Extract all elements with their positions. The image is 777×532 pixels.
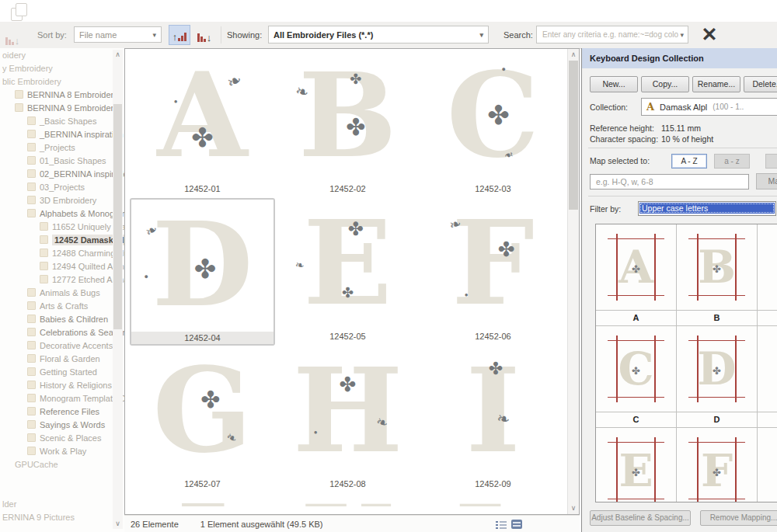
mapped-letter-cell-f[interactable]: F✤ [677,428,758,502]
tree-item-monogram-template-desi[interactable]: Monogram Template Desi [0,391,124,405]
collection-dropdown[interactable]: A Damask Alpl (100 - 1.. [641,98,777,116]
grid-scrollbar[interactable]: ∧ ∨ [567,49,579,514]
keyboard-design-collection-panel: Keyboard Design Collection New... Copy..… [581,48,777,532]
scroll-down-icon[interactable]: ∨ [113,519,123,529]
tree-item-3d-embroidery[interactable]: 3D Embroidery [0,193,124,207]
showing-dropdown[interactable]: All Embroidery Files (*.*) ▾ [268,26,489,43]
tree-item-oidery[interactable]: oidery [0,48,124,61]
map-uppercase-button[interactable]: A - Z [671,154,707,169]
tree-item-ernina-9-pictures[interactable]: ERNINA 9 Pictures [0,510,124,523]
ornament-icon: ✤ [713,263,721,275]
new-button[interactable]: New... [590,76,638,92]
remove-mapping-button[interactable]: Remove Mapping... [700,510,777,526]
tree-item-reference-files[interactable]: Reference Files [0,405,124,418]
tree-item-getting-started[interactable]: Getting Started [0,365,124,378]
tree-item-label: Celebrations & Seasons [40,328,124,337]
tree-item-babies-children[interactable]: Babies & Children [0,312,124,325]
tree-item-12488-charming-numb[interactable]: 12488 Charming Numb [0,246,124,259]
sort-descending-button[interactable]: ↓ [193,25,215,45]
tree-item-label: _Projects [40,143,75,152]
tree-item-12772-etched-alphabet[interactable]: 12772 Etched Alphabet [0,273,124,286]
scrollbar-thumb[interactable] [569,61,578,210]
sort-by-value: File name [79,30,117,40]
tree-item-12452-damask-alpha[interactable]: 12452 Damask Alpha [0,233,124,246]
mapped-letter-cell-c[interactable]: C✤ [596,326,677,412]
search-input[interactable] [541,30,680,40]
tree-item-basic-shapes[interactable]: _Basic Shapes [0,114,124,127]
scroll-down-icon[interactable]: ∨ [568,503,579,513]
tree-item-bernina-8-embroidery[interactable]: BERNINA 8 Embroidery [0,88,124,101]
copy-button[interactable]: Copy... [641,76,689,92]
folder-icon [27,130,36,138]
tree-item-lder[interactable]: lder [0,497,124,510]
design-item-12452-04[interactable]: D✤❧●12452-04 [130,198,275,346]
scrollbar-thumb[interactable] [113,104,122,329]
folder-icon [27,381,36,389]
tree-item-03-projects[interactable]: 03_Projects [0,180,124,193]
tree-item-animals-bugs[interactable]: Animals & Bugs [0,286,124,299]
mapped-letter-cell-d[interactable]: D✤ [677,326,758,412]
clear-search-icon[interactable]: ✕ [698,23,721,46]
sort-by-label: Sort by: [37,30,67,40]
design-item-12452-09[interactable]: I✤❧12452-09 [420,346,566,493]
faded-sort-icons: ↓ [2,28,23,48]
tree-item-y-embroidery[interactable]: y Embroidery [0,61,124,75]
detail-view-icon[interactable] [511,520,522,529]
tree-item-projects[interactable]: _Projects [0,141,124,154]
design-item-12452-08[interactable]: H✤❧●12452-08 [275,346,420,493]
ornament-ornament-icon: ✤ [191,124,214,151]
folder-icon [27,156,36,165]
delete-button[interactable]: Delete... [744,76,777,92]
tree-item-arts-crafts[interactable]: Arts & Crafts [0,299,124,312]
tree-item-history-religions[interactable]: History & Religions [0,378,124,391]
tree-item-floral-garden[interactable]: Floral & Garden [0,352,124,365]
tree-item-decorative-accents[interactable]: Decorative Accents [0,339,124,352]
collection-range: (100 - 1.. [713,103,744,111]
rename-button[interactable]: Rename... [692,76,740,92]
sidebar-scrollbar[interactable]: ∧ ∨ [113,50,123,529]
search-label: Search: [503,30,533,40]
sort-desc-arrow-icon: ↓ [207,33,212,42]
design-label: 12452-04 [131,332,274,344]
design-item-12452-02[interactable]: B✤✤❧12452-02 [275,50,420,198]
adjust-baseline-spacing-button[interactable]: Adjust Baseline & Spacing... [590,510,691,526]
tree-item-02-bernina-inspiration[interactable]: 02_BERNINA inspiration [0,167,124,180]
tree-item-label: blic Embroidery [2,77,61,86]
design-label: 12452-07 [130,478,275,490]
design-item-12452-07[interactable]: G✤❧12452-07 [130,346,275,493]
folder-icon [27,315,36,323]
map-button[interactable]: Map... [756,173,777,190]
design-item-12452-03[interactable]: C✤●❧12452-03 [420,50,566,198]
mapped-letter-label-b: B [677,310,758,326]
tree-item-celebrations-seasons[interactable]: Celebrations & Seasons [0,325,124,339]
mapped-letter-cell-b[interactable]: B✤ [677,224,758,310]
design-item-12452-05[interactable]: E✤✤❧12452-05 [275,198,420,346]
mapped-letter-label-d: D [677,412,758,428]
scroll-up-icon[interactable]: ∧ [113,50,123,60]
sort-by-dropdown[interactable]: File name ▾ [74,26,162,43]
tree-item-sayings-words[interactable]: Sayings & Words [0,418,124,431]
list-view-icon[interactable] [496,520,507,529]
filter-by-dropdown[interactable]: Upper case letters [638,201,776,216]
design-item-12452-06[interactable]: F✤❧●12452-06 [420,198,566,346]
tree-item-scenic-places[interactable]: Scenic & Places [0,431,124,444]
mapped-letter-cell-e[interactable]: E✤ [596,428,677,502]
scroll-up-icon[interactable]: ∧ [568,50,579,60]
tree-item-gpucache[interactable]: GPUCache [0,457,124,471]
mapped-letter-cell-a[interactable]: A✤ [596,224,677,310]
copy-icon[interactable] [11,3,28,20]
tree-item-work-play[interactable]: Work & Play [0,444,124,457]
tree-item-11652-uniquely-plaid-l[interactable]: 11652 Uniquely Plaid L [0,220,124,233]
tree-item-alphabets-monograms[interactable]: Alphabets & Monograms [0,207,124,220]
map-digits-button[interactable]: 0 - [765,154,777,169]
tree-item-bernina-9-embroidery[interactable]: BERNINA 9 Embroidery [0,101,124,114]
design-item-12452-01[interactable]: A✤❧●12452-01 [130,50,275,198]
tree-item-12494-quilted-alphabe[interactable]: 12494 Quilted Alphabe [0,259,124,273]
sort-ascending-button[interactable]: ↑ [169,25,190,45]
tree-item-bernina-inspiration[interactable]: _BERNINA inspiration [0,127,124,141]
map-range-input[interactable] [594,176,744,187]
tree-item-blic-embroidery[interactable]: blic Embroidery [0,75,124,88]
tree-item-01-basic-shapes[interactable]: 01_Basic Shapes [0,154,124,167]
baseline-guide-right [654,234,656,301]
map-lowercase-button[interactable]: a - z [714,154,750,169]
